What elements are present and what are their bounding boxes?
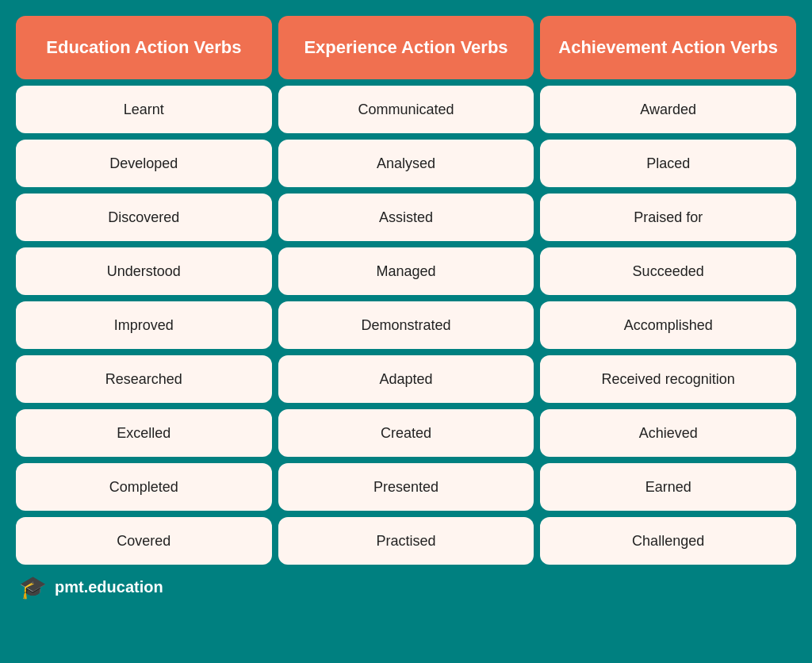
brand-name: pmt.education bbox=[55, 578, 163, 596]
verb-cell-col0-row3: Discovered bbox=[16, 194, 272, 241]
verb-cell-col1-row5: Demonstrated bbox=[278, 301, 534, 349]
verb-cell-col1-row9: Practised bbox=[278, 517, 534, 565]
footer: 🎓 pmt.education bbox=[16, 574, 796, 600]
verb-cell-col0-row2: Developed bbox=[16, 140, 272, 187]
header-col-0: Education Action Verbs bbox=[16, 16, 272, 79]
verb-cell-col0-row4: Understood bbox=[16, 247, 272, 295]
brand-icon: 🎓 bbox=[19, 574, 47, 600]
verb-cell-col2-row6: Received recognition bbox=[540, 355, 796, 403]
verb-cell-col2-row1: Awarded bbox=[540, 86, 796, 133]
verb-cell-col2-row5: Accomplished bbox=[540, 301, 796, 349]
verb-cell-col1-row8: Presented bbox=[278, 463, 534, 511]
verb-cell-col0-row5: Improved bbox=[16, 301, 272, 349]
verb-cell-col2-row9: Challenged bbox=[540, 517, 796, 565]
header-col-2: Achievement Action Verbs bbox=[540, 16, 796, 79]
verb-cell-col2-row7: Achieved bbox=[540, 409, 796, 457]
header-col-1: Experience Action Verbs bbox=[278, 16, 534, 79]
verb-cell-col2-row8: Earned bbox=[540, 463, 796, 511]
verb-cell-col1-row1: Communicated bbox=[278, 86, 534, 133]
verb-cell-col1-row2: Analysed bbox=[278, 140, 534, 187]
verb-cell-col2-row4: Succeeded bbox=[540, 247, 796, 295]
verb-cell-col2-row3: Praised for bbox=[540, 194, 796, 241]
verb-cell-col0-row9: Covered bbox=[16, 517, 272, 565]
verb-cell-col0-row6: Researched bbox=[16, 355, 272, 403]
verb-cell-col0-row7: Excelled bbox=[16, 409, 272, 457]
verb-cell-col1-row7: Created bbox=[278, 409, 534, 457]
verb-cell-col0-row8: Completed bbox=[16, 463, 272, 511]
verb-grid: Education Action VerbsExperience Action … bbox=[16, 16, 796, 565]
verb-cell-col1-row4: Managed bbox=[278, 247, 534, 295]
verb-cell-col1-row6: Adapted bbox=[278, 355, 534, 403]
verb-cell-col2-row2: Placed bbox=[540, 140, 796, 187]
verb-cell-col1-row3: Assisted bbox=[278, 194, 534, 241]
main-container: Education Action VerbsExperience Action … bbox=[16, 16, 796, 647]
verb-cell-col0-row1: Learnt bbox=[16, 86, 272, 133]
